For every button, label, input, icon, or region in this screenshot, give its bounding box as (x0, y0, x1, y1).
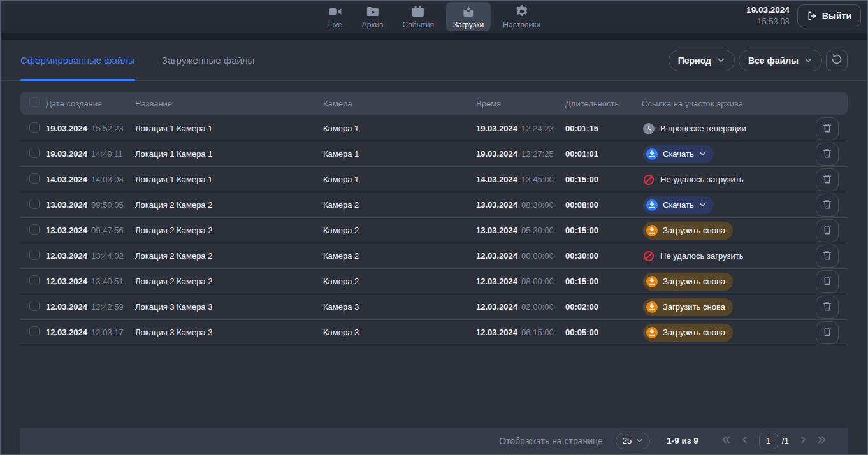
delete-button[interactable] (816, 245, 839, 268)
prev-page-button[interactable] (741, 435, 749, 447)
camera-name: Камера 1 (323, 175, 359, 184)
file-type-filter-button[interactable]: Все файлы (739, 50, 822, 71)
last-page-button[interactable] (817, 435, 827, 447)
tab-downloaded-files[interactable]: Загруженные файлы (162, 40, 255, 80)
nav-item-settings[interactable]: Настройки (496, 2, 547, 31)
archive-time: 12:27:25 (521, 149, 554, 159)
table-row: 19.03.202414:49:11 Локация 1 Камера 1 Ка… (20, 141, 848, 167)
file-name: Локация 1 Камера 1 (135, 124, 212, 133)
double-chevron-left-icon (721, 435, 731, 447)
created-time: 09:50:05 (91, 200, 124, 210)
period-filter-button[interactable]: Период (669, 50, 735, 71)
datetime: 19.03.2024 15:53:08 (746, 4, 790, 27)
row-checkbox[interactable] (29, 250, 40, 260)
logout-icon (807, 11, 817, 21)
logout-button[interactable]: Выйти (797, 4, 861, 27)
delete-button[interactable] (816, 117, 839, 140)
pagination-bar: Отображать на странице 25 1-9 из 9 1 /1 (20, 428, 848, 454)
per-page-select[interactable]: 25 (616, 433, 650, 449)
created-time: 14:03:08 (91, 175, 124, 184)
archive-date: 13.03.2024 (476, 226, 517, 235)
duration: 00:30:00 (565, 251, 642, 261)
clock-icon (643, 123, 655, 134)
trash-icon (822, 326, 832, 339)
row-checkbox[interactable] (29, 224, 40, 235)
nav-item-live[interactable]: Live (321, 2, 350, 31)
next-page-button[interactable] (799, 435, 807, 447)
trash-icon (822, 148, 832, 161)
column-header-link: Ссылка на участок архива (642, 99, 807, 108)
archive-date: 12.03.2024 (476, 251, 517, 261)
table-row: 13.03.202409:50:05 Локация 2 Камера 2 Ка… (20, 192, 848, 218)
double-chevron-right-icon (817, 435, 827, 447)
delete-button[interactable] (816, 270, 839, 293)
trash-icon (822, 250, 832, 263)
chevron-right-icon (799, 435, 807, 447)
chevron-down-icon (636, 437, 643, 444)
retry-button[interactable]: Загрузить снова (643, 222, 733, 240)
created-date: 13.03.2024 (46, 200, 87, 210)
delete-button[interactable] (816, 194, 839, 217)
status-failed: Не удалось загрузить (643, 250, 743, 262)
table-row: 19.03.202415:52:23 Локация 1 Камера 1 Ка… (20, 116, 848, 141)
duration: 00:01:01 (565, 149, 642, 159)
retry-button[interactable]: Загрузить снова (643, 298, 733, 316)
created-date: 12.03.2024 (46, 251, 87, 261)
row-checkbox[interactable] (29, 326, 40, 336)
created-date: 14.03.2024 (46, 175, 87, 184)
nav-item-events[interactable]: События (395, 2, 441, 31)
status-cell: Скачать (642, 145, 807, 163)
delete-button[interactable] (816, 321, 839, 344)
status-label: Загрузить снова (663, 328, 725, 337)
column-header-created: Дата создания (46, 99, 135, 108)
created-time: 15:52:23 (91, 124, 124, 133)
retry-button[interactable]: Загрузить снова (643, 324, 733, 342)
created-date: 12.03.2024 (46, 328, 87, 337)
current-date: 19.03.2024 (746, 4, 790, 16)
nav-item-archive[interactable]: Архив (355, 2, 391, 31)
file-name: Локация 2 Камера 2 (135, 200, 212, 210)
row-checkbox[interactable] (29, 301, 40, 311)
status-generating: В процессе генерации (643, 123, 746, 134)
events-icon (410, 4, 426, 19)
row-checkbox[interactable] (29, 122, 40, 133)
blocked-icon (643, 174, 655, 185)
archive-time: 12:24:23 (521, 124, 554, 133)
table-row: 14.03.202414:03:08 Локация 1 Камера 1 Ка… (20, 167, 848, 192)
delete-button[interactable] (816, 168, 839, 191)
camera-name: Камера 1 (323, 124, 359, 133)
status-failed: Не удалось загрузить (643, 174, 743, 185)
current-page-input[interactable]: 1 (759, 433, 778, 449)
row-checkbox[interactable] (29, 199, 40, 209)
row-checkbox[interactable] (29, 275, 40, 285)
delete-button[interactable] (816, 143, 839, 166)
row-checkbox[interactable] (29, 148, 40, 158)
first-page-button[interactable] (721, 435, 731, 447)
created-time: 13:40:51 (91, 277, 124, 286)
camera-name: Камера 2 (323, 226, 359, 235)
archive-time: 08:00:00 (521, 277, 554, 286)
downloads-icon (461, 4, 476, 19)
trash-icon (822, 301, 832, 314)
row-checkbox[interactable] (29, 173, 40, 184)
camera-name: Камера 1 (323, 149, 359, 159)
archive-time: 13:45:00 (521, 175, 554, 184)
retry-button[interactable]: Загрузить снова (643, 273, 733, 291)
status-cell: Загрузить снова (642, 273, 807, 291)
select-all-checkbox[interactable] (29, 97, 40, 107)
delete-button[interactable] (816, 219, 839, 242)
settings-icon (514, 4, 530, 19)
download-button[interactable]: Скачать (643, 145, 714, 163)
download-button[interactable]: Скачать (643, 196, 714, 214)
tab-generated-files[interactable]: Сформированные файлы (20, 40, 135, 80)
camera-name: Камера 2 (323, 277, 359, 286)
delete-button[interactable] (816, 296, 839, 319)
refresh-button[interactable] (826, 50, 848, 71)
table-row: 12.03.202413:44:02 Локация 2 Камера 2 Ка… (20, 243, 848, 269)
nav-item-downloads[interactable]: Загрузки (446, 2, 491, 31)
file-name: Локация 3 Камера 3 (135, 302, 212, 312)
status-cell: Скачать (642, 196, 807, 214)
archive-date: 14.03.2024 (476, 175, 517, 184)
nav-label: Настройки (503, 20, 540, 29)
column-header-camera: Камера (323, 99, 476, 108)
